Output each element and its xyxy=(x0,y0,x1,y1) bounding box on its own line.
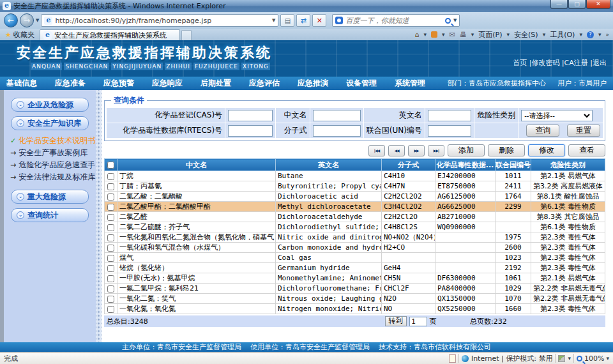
sidebar-item-1-1[interactable]: →安全生产事故案例库 xyxy=(10,147,96,159)
row-checkbox[interactable] xyxy=(107,224,114,231)
mail-icon[interactable]: ✉ xyxy=(450,31,455,39)
menu-safety-dropdown-icon[interactable]: ▾ xyxy=(543,31,546,38)
un-input[interactable] xyxy=(428,125,471,137)
header-link-1[interactable]: 修改密码 xyxy=(531,59,559,67)
row-checkbox[interactable] xyxy=(107,234,114,241)
document-mode-icon[interactable] xyxy=(449,354,456,363)
nav-item-4[interactable]: 后期处置 xyxy=(201,78,231,89)
table-row[interactable]: 丁腈；丙基氰Butyronitrile; Propyl cyanideC4H7N… xyxy=(105,181,605,192)
zoom-icon[interactable] xyxy=(577,356,582,361)
goto-button[interactable]: 转到 xyxy=(385,316,407,326)
table-row[interactable]: 一氟二氯甲烷；氟利昂21Dichlorofluoromethane; Freon… xyxy=(105,284,605,294)
nav-item-8[interactable]: 系统管理 xyxy=(395,78,425,89)
add-button[interactable]: 添加 xyxy=(448,144,485,156)
cn-input[interactable] xyxy=(313,110,361,121)
select-all-checkbox[interactable] xyxy=(107,162,114,169)
menu-safety[interactable]: 安全(S) xyxy=(514,30,538,40)
address-field[interactable]: e http://localhost:90/yjzh/frame/homepag… xyxy=(41,14,278,27)
zoom-level[interactable]: 100% xyxy=(584,354,604,363)
table-row[interactable]: 锗烷（氢化锗）Germanium hydrideGeH42192第2.3类 毒性… xyxy=(105,263,605,273)
table-row[interactable]: 一甲胺(无水)；氨基甲烷Monomethylamine; Aminomethan… xyxy=(105,273,605,284)
page-number-input[interactable] xyxy=(409,317,427,326)
new-tab-button[interactable] xyxy=(181,30,192,40)
sidebar-section-2[interactable]: ⌄重大危险源 xyxy=(11,190,89,204)
search-icon[interactable] xyxy=(445,18,451,24)
back-button[interactable]: ← xyxy=(4,13,18,27)
row-checkbox[interactable] xyxy=(107,265,114,272)
filter-icon[interactable] xyxy=(558,355,565,362)
filter-dropdown-icon[interactable]: ▾ xyxy=(568,355,571,361)
header-link-3[interactable]: 退出 xyxy=(593,59,607,67)
history-dropdown-icon[interactable]: ▼ xyxy=(36,18,39,23)
home-dropdown-icon[interactable]: ▾ xyxy=(424,31,427,38)
col-header-en[interactable]: 英文名 xyxy=(276,159,382,171)
sidebar-item-1-2[interactable]: →危险化学品应急速查手... xyxy=(10,159,96,171)
header-link-0[interactable]: 首页 xyxy=(513,59,527,67)
help-icon[interactable]: ? xyxy=(587,31,594,38)
en-input[interactable] xyxy=(428,110,471,121)
address-dropdown-icon[interactable]: ▼ xyxy=(272,18,275,23)
hazard-select[interactable]: --请选择-- xyxy=(521,110,593,121)
col-header-formula[interactable]: 分子式 xyxy=(382,159,435,171)
table-row[interactable]: 煤气Coal gas1023第2.3类 毒性气体 xyxy=(105,253,605,263)
print-icon[interactable]: 🖶 xyxy=(460,31,467,39)
table-row[interactable]: 一氧化二氮；笑气Nitrous oxide; Laughing gasN2OQX… xyxy=(105,294,605,304)
table-row[interactable]: 丁烷ButaneC4H10EJ42000001011第2.1类 易燃气体 xyxy=(105,171,605,181)
zoom-dropdown-icon[interactable]: ▾ xyxy=(606,355,609,361)
sidebar-item-1-3[interactable]: →安全法律法规及标准库 xyxy=(10,171,96,183)
table-row[interactable]: 一氧化碳和氢气混合物（水煤气）Carbon monoxide and hydro… xyxy=(105,243,605,253)
reset-button[interactable]: 重置 xyxy=(567,125,600,137)
table-row[interactable]: 二氯乙醛DichloroacetaldehydeC2H2Cl2OAB271000… xyxy=(105,212,605,222)
nav-item-1[interactable]: 应急准备 xyxy=(55,78,86,89)
nav-item-7[interactable]: 设备管理 xyxy=(346,78,377,89)
home-icon[interactable]: ⌂ xyxy=(415,31,420,39)
stop-button[interactable]: ✕ xyxy=(312,14,326,27)
nav-item-0[interactable]: 基础信息 xyxy=(6,78,37,89)
search-button[interactable]: 查询 xyxy=(526,125,559,137)
forward-button[interactable]: → xyxy=(20,13,34,27)
next-page-button[interactable]: ▶▶ xyxy=(408,145,425,156)
nav-item-5[interactable]: 应急评估 xyxy=(249,78,280,89)
delete-button[interactable]: 删除 xyxy=(488,144,525,156)
search-box[interactable]: 百度一下，你就知道 ▼ xyxy=(332,14,460,27)
search-dropdown-icon[interactable]: ▼ xyxy=(453,18,457,23)
table-row[interactable]: 二氯二乙硫醚；芥子气Dichlorodiethyl sulfide; Musta… xyxy=(105,222,605,232)
col-header-cn[interactable]: 中文名 xyxy=(117,159,276,171)
modify-button[interactable]: 修改 xyxy=(528,144,565,156)
row-checkbox[interactable] xyxy=(107,285,114,292)
col-header-un[interactable]: 联合国编号 xyxy=(496,159,531,171)
help-dropdown-icon[interactable]: ▾ xyxy=(598,31,602,38)
last-page-button[interactable]: ▶▶| xyxy=(428,145,444,156)
row-checkbox[interactable] xyxy=(107,204,114,211)
first-page-button[interactable]: |◀◀ xyxy=(368,145,385,156)
menu-tools-dropdown-icon[interactable]: ▾ xyxy=(579,31,582,38)
row-checkbox[interactable] xyxy=(107,214,114,221)
row-checkbox[interactable] xyxy=(107,306,114,313)
row-checkbox[interactable] xyxy=(107,173,114,180)
minimize-button[interactable]: — xyxy=(550,0,568,9)
overflow-chevron-icon[interactable]: » xyxy=(605,31,609,38)
table-row[interactable]: 二氯乙酸甲酯；二氯醋酸甲酯Methyl dichloroacetateC3H4C… xyxy=(105,202,605,212)
print-dropdown-icon[interactable]: ▾ xyxy=(471,31,474,38)
tab-active[interactable]: e 安全生产应急救援指挥辅助决策系统 xyxy=(40,29,180,40)
favorites-button[interactable]: ★ 收藏夹 xyxy=(0,29,40,40)
cas-input[interactable] xyxy=(228,110,273,121)
refresh-button[interactable]: ⇄ xyxy=(296,14,310,27)
header-link-2[interactable]: CA注册 xyxy=(564,59,588,67)
table-row[interactable]: 二氯乙酸；二氯醋酸Dichloroacetic acidC2H2Cl2O2AG6… xyxy=(105,192,605,202)
row-checkbox[interactable] xyxy=(107,193,114,201)
menu-page-dropdown-icon[interactable]: ▾ xyxy=(507,31,510,38)
close-button[interactable]: ✕ xyxy=(586,0,610,9)
feed-dropdown-icon[interactable]: ▾ xyxy=(442,31,445,38)
nav-item-2[interactable]: 应急预警 xyxy=(103,78,134,89)
table-row[interactable]: 一氧化氮；氧化氮Nitrogen monoxide; Nitric oxideN… xyxy=(105,304,605,314)
nav-item-3[interactable]: 应急响应 xyxy=(152,78,183,89)
menu-page[interactable]: 页面(P) xyxy=(478,30,502,40)
sidebar-section-0[interactable]: ⌄企业及危险源 xyxy=(11,98,89,112)
nav-item-6[interactable]: 应急推演 xyxy=(298,78,328,89)
compatibility-view-button[interactable]: ▤ xyxy=(280,14,294,27)
row-checkbox[interactable] xyxy=(107,296,114,303)
view-button[interactable]: 查看 xyxy=(568,144,605,156)
col-header-hazard[interactable]: 危险性类别 xyxy=(531,159,605,171)
formula-input[interactable] xyxy=(313,125,361,137)
